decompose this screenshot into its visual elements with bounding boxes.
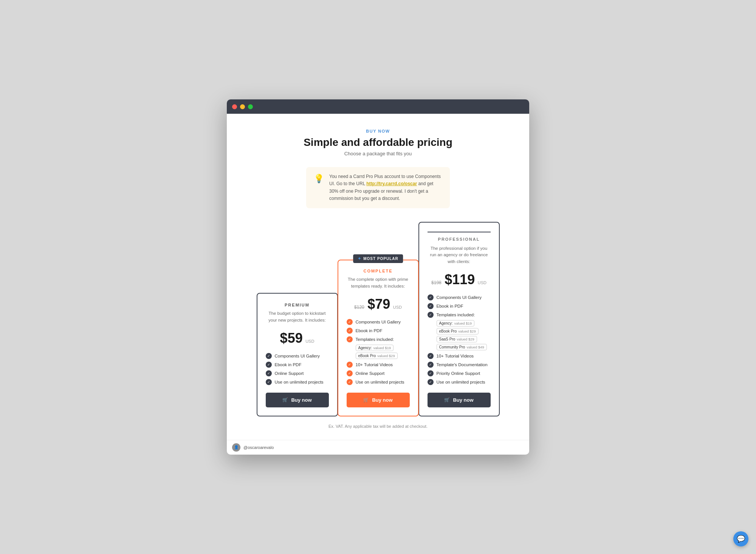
check-icon: ✓ <box>428 379 434 385</box>
template-tag-community-pro: Community Pro valued $49 <box>437 344 487 350</box>
pricing-cards: PREMIUM The budget option to kickstart y… <box>238 222 518 416</box>
list-item: ✓ Components UI Gallery <box>347 319 410 325</box>
check-icon: ✓ <box>347 362 353 368</box>
feature-text: Use on unlimited projects <box>275 380 324 384</box>
star-icon: ✦ <box>358 256 361 261</box>
professional-price-original: $198 <box>431 280 442 285</box>
divider <box>428 232 491 232</box>
list-item: ✓ Use on unlimited projects <box>428 379 491 385</box>
cart-icon: 🛒 <box>282 397 288 402</box>
check-icon: ✓ <box>266 353 272 359</box>
complete-features: ✓ Components UI Gallery ✓ Ebook in PDF ✓… <box>347 319 410 385</box>
professional-label: PROFESSIONAL <box>428 237 491 241</box>
cart-icon: 🛒 <box>444 397 450 402</box>
feature-text: Priority Online Support <box>437 371 480 376</box>
complete-currency: USD <box>393 305 402 309</box>
complete-price: $79 <box>367 296 390 312</box>
feature-text: Ebook in PDF <box>275 362 302 367</box>
premium-buy-label: Buy now <box>291 397 311 403</box>
list-item: ✓ 10+ Tutorial Videos <box>428 353 491 359</box>
check-icon: ✓ <box>428 312 434 318</box>
list-item: ✓ Ebook in PDF <box>266 362 329 368</box>
chat-icon: 💬 <box>737 535 745 543</box>
professional-buy-button[interactable]: 🛒 Buy now <box>428 393 491 407</box>
templates-included-label: ✓ Templates included: <box>428 312 491 318</box>
bottom-bar: 👤 @oscaroarevalo <box>227 440 529 455</box>
badge-label: MOST POPULAR <box>363 257 398 261</box>
username: @oscaroarevalo <box>243 445 274 450</box>
card-professional: PROFESSIONAL The professional option if … <box>418 222 500 416</box>
check-icon: ✓ <box>266 370 272 376</box>
complete-buy-button[interactable]: 🛒 Buy now <box>347 393 410 407</box>
feature-text: Use on unlimited projects <box>356 380 404 384</box>
traffic-light-yellow[interactable] <box>240 104 245 109</box>
carrd-link[interactable]: http://try.carrd.co/oscar <box>366 181 417 186</box>
check-icon: ✓ <box>428 303 434 309</box>
feature-text: Components UI Gallery <box>437 295 482 300</box>
professional-features: ✓ Components UI Gallery ✓ Ebook in PDF ✓… <box>428 294 491 385</box>
complete-price-area: $120 $79 USD <box>347 296 410 312</box>
professional-price: $119 <box>445 272 475 287</box>
browser-content: BUY NOW Simple and affordable pricing Ch… <box>227 114 529 440</box>
premium-currency: USD <box>305 339 314 344</box>
card-complete: ✦ MOST POPULAR COMPLETE The complete opt… <box>338 260 419 416</box>
feature-text: Use on unlimited projects <box>437 380 485 384</box>
list-item: ✓ 10+ Tutorial Videos <box>347 362 410 368</box>
list-item: ✓ Online Support <box>347 370 410 376</box>
check-icon: ✓ <box>428 294 434 300</box>
premium-description: The budget option to kickstart your new … <box>266 310 329 323</box>
list-item: ✓ Template's Documentation <box>428 362 491 368</box>
avatar: 👤 <box>232 443 240 452</box>
feature-text: Components UI Gallery <box>356 320 401 324</box>
list-item: ✓ Online Support <box>266 370 329 376</box>
info-box-text: You need a Carrd Pro Plus account to use… <box>329 173 442 202</box>
template-tag-agency: Agency: valued $19 <box>356 345 394 351</box>
info-box: 💡 You need a Carrd Pro Plus account to u… <box>306 167 450 208</box>
complete-template-tags: Agency: valued $19 eBook Pro valued $29 <box>356 345 410 359</box>
complete-buy-label: Buy now <box>372 397 392 403</box>
template-tag-ebook: eBook Pro valued $29 <box>356 353 398 359</box>
check-icon: ✓ <box>347 379 353 385</box>
lightbulb-icon: 💡 <box>314 174 324 184</box>
page-header: BUY NOW Simple and affordable pricing Ch… <box>238 129 518 156</box>
check-icon: ✓ <box>428 362 434 368</box>
templates-label-text: Templates included: <box>437 313 475 317</box>
complete-label: COMPLETE <box>347 269 410 273</box>
check-icon: ✓ <box>428 353 434 359</box>
most-popular-badge: ✦ MOST POPULAR <box>353 254 403 263</box>
premium-features: ✓ Components UI Gallery ✓ Ebook in PDF ✓… <box>266 353 329 385</box>
feature-text: Template's Documentation <box>437 362 488 367</box>
template-tag-agency: Agency: valued $19 <box>437 320 475 327</box>
feature-text: Ebook in PDF <box>356 328 383 333</box>
list-item: ✓ Ebook in PDF <box>347 328 410 334</box>
check-icon: ✓ <box>347 328 353 334</box>
feature-text: Online Support <box>356 371 385 376</box>
card-premium: PREMIUM The budget option to kickstart y… <box>257 293 338 416</box>
chat-bubble[interactable]: 💬 <box>733 531 748 546</box>
check-icon: ✓ <box>347 336 353 342</box>
professional-currency: USD <box>478 280 486 285</box>
traffic-light-red[interactable] <box>232 104 237 109</box>
feature-text: 10+ Tutorial Videos <box>437 354 474 358</box>
page-subtitle: Choose a package that fits you <box>238 151 518 156</box>
vat-note: Ex. VAT. Any applicable tax will be adde… <box>238 424 518 429</box>
template-tag-ebook-pro: eBook Pro valued $29 <box>437 328 479 334</box>
check-icon: ✓ <box>428 370 434 376</box>
cart-icon: 🛒 <box>363 397 369 402</box>
browser-titlebar <box>227 99 529 114</box>
feature-text: 10+ Tutorial Videos <box>356 362 393 367</box>
premium-buy-button[interactable]: 🛒 Buy now <box>266 393 329 407</box>
templates-label-text: Templates included: <box>356 337 394 342</box>
check-icon: ✓ <box>266 362 272 368</box>
professional-template-tags: Agency: valued $19 eBook Pro valued $29 … <box>437 320 491 350</box>
professional-description: The professional option if you run an ag… <box>428 245 491 265</box>
premium-price: $59 <box>280 330 303 346</box>
list-item: ✓ Ebook in PDF <box>428 303 491 309</box>
premium-price-area: $59 USD <box>266 330 329 346</box>
complete-price-original: $120 <box>354 305 364 310</box>
feature-text: Ebook in PDF <box>437 304 463 308</box>
browser-window: BUY NOW Simple and affordable pricing Ch… <box>227 99 529 455</box>
page-title: Simple and affordable pricing <box>238 136 518 149</box>
list-item: ✓ Components UI Gallery <box>428 294 491 300</box>
traffic-light-green[interactable] <box>248 104 253 109</box>
